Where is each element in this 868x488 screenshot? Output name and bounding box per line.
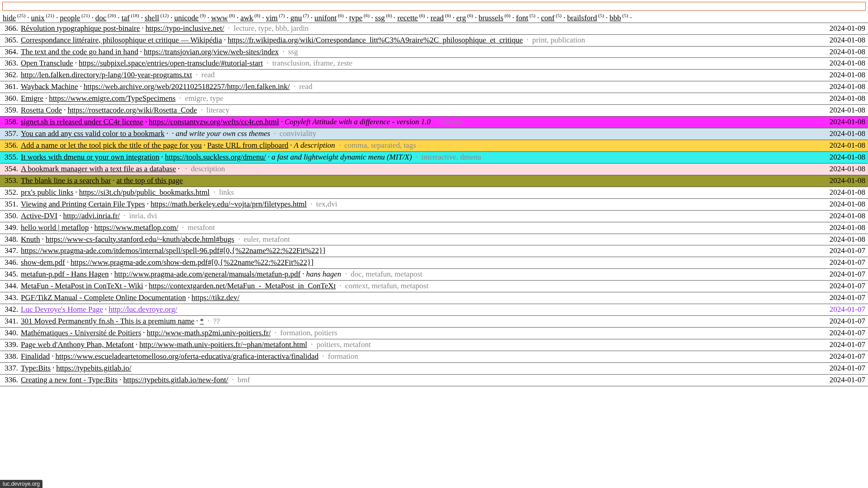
- bookmark-url[interactable]: https://typebits.gitlab.io/new-font/: [123, 375, 228, 384]
- bookmark-title[interactable]: MetaFun - MetaPost in ConTeXt - Wiki: [21, 282, 143, 290]
- tag-taf[interactable]: taf: [122, 14, 130, 22]
- bookmark-title[interactable]: You can add any css valid color to a boo…: [21, 129, 165, 138]
- bookmark-tags[interactable]: conviviality: [279, 129, 316, 138]
- bookmark-url[interactable]: https://www.emigre.com/TypeSpecimens: [49, 94, 175, 103]
- bookmark-tags[interactable]: description: [191, 164, 225, 173]
- bookmark-url[interactable]: http://www-math.univ-poitiers.fr/~phan/m…: [139, 340, 307, 349]
- bookmark-url[interactable]: https://constantvzw.org/wefts/cc4r.en.ht…: [149, 117, 279, 126]
- bookmark-url[interactable]: http://www-math.sp2mi.univ-poitiers.fr/: [147, 328, 271, 337]
- bookmark-title[interactable]: Wayback Machine: [21, 82, 78, 91]
- bookmark-url[interactable]: https://contextgarden.net/MetaFun_-_Meta…: [149, 282, 336, 290]
- bookmark-url[interactable]: https://subpixel.space/entries/open-tran…: [79, 59, 263, 67]
- bookmark-url[interactable]: Paste URL from clipboard: [208, 141, 288, 150]
- bookmark-tags[interactable]: read: [299, 82, 312, 91]
- tag-gnu[interactable]: gnu: [290, 14, 302, 22]
- bookmark-title[interactable]: Finalidad: [21, 352, 50, 361]
- tag-unifont[interactable]: unifont: [315, 14, 337, 22]
- bookmark-title[interactable]: Page web d'Anthony Phan, Metafont: [21, 340, 134, 349]
- bookmark-url[interactable]: at the top of this page: [116, 176, 183, 185]
- search-input[interactable]: [2, 2, 866, 11]
- bookmark-title[interactable]: Luc Devroye's Home Page: [21, 305, 103, 314]
- tag-erg[interactable]: erg: [456, 14, 466, 22]
- bookmark-url[interactable]: *: [200, 317, 204, 325]
- bookmark-tags[interactable]: lecture, type, bbb, jardin: [234, 24, 309, 33]
- bookmark-title[interactable]: show-dem.pdf: [21, 258, 65, 267]
- bookmark-url[interactable]: http://advi.inria.fr/: [63, 211, 120, 220]
- bookmark-url[interactable]: https://transjovian.org/view/web-sites/i…: [144, 47, 279, 56]
- bookmark-url[interactable]: http://luc.devroye.org/: [108, 305, 177, 314]
- bookmark-url[interactable]: https://rosettacode.org/wiki/Rosetta_Cod…: [67, 106, 197, 114]
- bookmark-tags[interactable]: metafont: [188, 223, 215, 232]
- bookmark-title[interactable]: Add a name or let the tool pick the titl…: [21, 141, 202, 150]
- tag-conf[interactable]: conf: [541, 14, 554, 22]
- bookmark-title[interactable]: A bookmark manager with a text file as a…: [21, 164, 176, 173]
- tag-www[interactable]: www: [211, 14, 228, 22]
- bookmark-title[interactable]: prx's public links: [21, 188, 73, 197]
- tag-doc[interactable]: doc: [95, 14, 107, 22]
- bookmark-tags[interactable]: interractive, dmenu: [421, 153, 481, 161]
- bookmark-tags[interactable]: context, metafun, metapost: [345, 282, 429, 290]
- bookmark-tags[interactable]: euler, metafont: [244, 235, 290, 244]
- bookmark-title[interactable]: Rosetta Code: [21, 106, 62, 114]
- bookmark-tags[interactable]: comma, separated, tags: [344, 141, 416, 150]
- bookmark-url[interactable]: https://fr.wikipedia.org/wiki/Correspond…: [227, 36, 523, 44]
- tag-recette[interactable]: recette: [397, 14, 418, 22]
- tag-awk[interactable]: awk: [241, 14, 253, 22]
- bookmark-url[interactable]: https://www.escueladeartetomelloso.org/o…: [55, 352, 318, 361]
- tag-brailsford[interactable]: brailsford: [567, 14, 597, 22]
- tag-font[interactable]: font: [516, 14, 528, 22]
- tag-unicode[interactable]: unicode: [174, 14, 198, 22]
- bookmark-title[interactable]: Emigre: [21, 94, 43, 103]
- bookmark-title[interactable]: Creating a new font - Type:Bits: [21, 375, 118, 384]
- bookmark-title[interactable]: Active-DVI: [21, 211, 57, 220]
- bookmark-tags[interactable]: doc, metafun, metapost: [351, 270, 423, 278]
- bookmark-url[interactable]: https://si3t.ch/pub/public_bookmarks.htm…: [79, 188, 210, 197]
- tag-bbb[interactable]: bbb: [609, 14, 621, 22]
- bookmark-url[interactable]: https://www-cs-faculty.stanford.edu/~knu…: [46, 235, 234, 244]
- bookmark-title[interactable]: Mathématiques - Université de Poitiers: [21, 328, 141, 337]
- bookmark-tags[interactable]: tex,dvi: [316, 200, 337, 208]
- bookmark-url[interactable]: https://math.berkeley.edu/~vojta/prn/fil…: [151, 200, 307, 208]
- bookmark-title[interactable]: The blank line is a search bar: [21, 176, 111, 185]
- tag-type[interactable]: type: [349, 14, 362, 22]
- bookmark-url[interactable]: https://www.metaflop.com/: [94, 223, 178, 232]
- bookmark-title[interactable]: PGF/TikZ Manual - Complete Online Docume…: [21, 293, 186, 302]
- tag-read[interactable]: read: [430, 14, 443, 22]
- bookmark-url[interactable]: https://web.archive.org/web/202110251822…: [84, 82, 290, 91]
- tag-brussels[interactable]: brussels: [479, 14, 504, 22]
- tag-ssg[interactable]: ssg: [375, 14, 385, 22]
- bookmark-title[interactable]: Révolution typographique post-binaire: [21, 24, 140, 33]
- bookmark-url[interactable]: https://typo-inclusive.net/: [146, 24, 224, 33]
- bookmark-title[interactable]: 301 Moved Permanently fn.sh - This is a …: [21, 317, 194, 325]
- tag-people[interactable]: people: [60, 14, 80, 22]
- tag-shell[interactable]: shell: [145, 14, 159, 22]
- bookmark-tags[interactable]: print, publication: [532, 36, 585, 44]
- bookmark-title[interactable]: Viewing and Printing Certain File Types: [21, 200, 145, 208]
- bookmark-title[interactable]: hello world | metaflop: [21, 223, 89, 232]
- bookmark-tags[interactable]: license: [440, 117, 461, 126]
- bookmark-title[interactable]: signet.sh is released under CC4r license: [21, 117, 143, 126]
- tag-hide[interactable]: hide: [3, 14, 16, 22]
- tag-unix[interactable]: unix: [31, 14, 45, 22]
- bookmark-title[interactable]: metafun-p.pdf - Hans Hagen: [21, 270, 109, 278]
- bookmark-tags[interactable]: formation: [328, 352, 358, 361]
- bookmark-title[interactable]: Type:Bits: [21, 364, 51, 372]
- bookmark-title[interactable]: Knuth: [21, 235, 40, 244]
- bookmark-url[interactable]: https://typebits.gitlab.io/: [56, 364, 131, 372]
- tag-vim[interactable]: vim: [266, 14, 278, 22]
- bookmark-title[interactable]: It works with dmenu or your own integrat…: [21, 153, 159, 161]
- bookmark-tags[interactable]: inria, dvi: [129, 211, 157, 220]
- bookmark-tags[interactable]: links: [219, 188, 234, 197]
- bookmark-tags[interactable]: transclusion, iframe, zeste: [272, 59, 353, 67]
- bookmark-url[interactable]: https://tikz.dev/: [192, 293, 240, 302]
- bookmark-tags[interactable]: ??: [213, 317, 220, 325]
- bookmark-url[interactable]: https://tools.suckless.org/dmenu/: [165, 153, 266, 161]
- bookmark-tags[interactable]: read: [201, 70, 214, 79]
- bookmark-tags[interactable]: literacy: [206, 106, 229, 114]
- bookmark-tags[interactable]: emigre, type: [185, 94, 223, 103]
- bookmark-url[interactable]: http://www.pragma-ade.com/general/manual…: [114, 270, 301, 278]
- bookmark-title[interactable]: Open Transclude: [21, 59, 73, 67]
- bookmark-url[interactable]: https://www.pragma-ade.com/itdemos/inter…: [21, 246, 325, 255]
- bookmark-url[interactable]: https://www.pragma-ade.com/show-dem.pdf#…: [71, 258, 313, 267]
- bookmark-title[interactable]: The text and the code go hand in hand: [21, 47, 138, 56]
